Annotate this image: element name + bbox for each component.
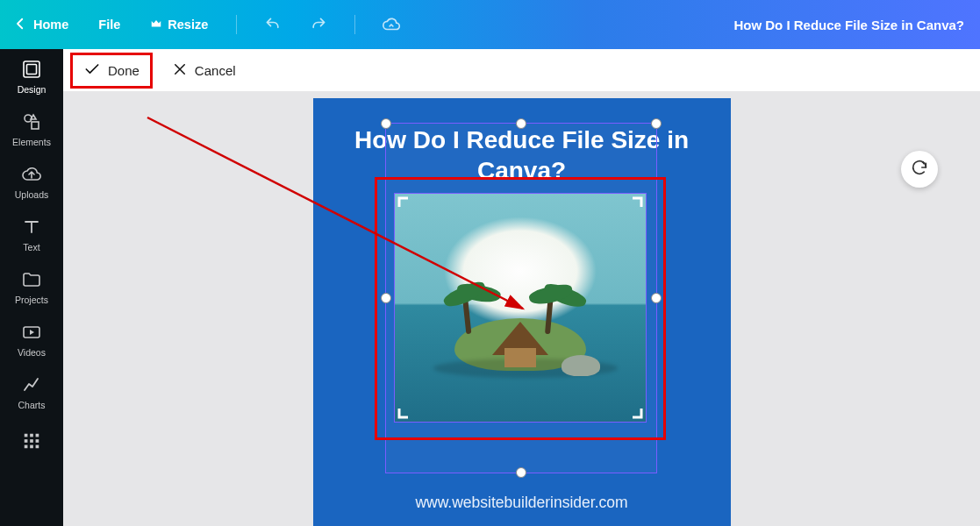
elements-icon xyxy=(20,110,43,133)
regenerate-button[interactable] xyxy=(901,151,938,188)
svg-rect-7 xyxy=(36,434,39,437)
divider xyxy=(354,15,355,34)
document-title[interactable]: How Do I Reduce File Size in Canva? xyxy=(733,0,964,49)
videos-icon xyxy=(20,321,43,344)
svg-rect-13 xyxy=(36,445,39,449)
done-label: Done xyxy=(108,63,139,78)
projects-icon xyxy=(20,268,43,291)
resize-handle[interactable] xyxy=(381,118,391,129)
check-icon xyxy=(83,60,101,81)
svg-rect-5 xyxy=(25,434,28,437)
close-icon xyxy=(172,61,188,80)
crop-handle[interactable] xyxy=(627,403,643,419)
svg-rect-6 xyxy=(30,434,33,437)
resize-menu[interactable]: Resize xyxy=(143,12,215,38)
divider xyxy=(236,15,237,34)
canvas-workarea[interactable]: How Do I Reduce File Size in Canva? xyxy=(63,91,980,526)
apps-grid-icon xyxy=(20,430,43,452)
page-footer-text[interactable]: www.websitebuilderinsider.com xyxy=(313,494,731,512)
svg-rect-12 xyxy=(30,445,33,449)
palm-tree-illustration xyxy=(461,294,471,334)
sidebar-item-uploads[interactable]: Uploads xyxy=(0,163,63,200)
hut-illustration xyxy=(492,322,548,367)
design-page[interactable]: How Do I Reduce File Size in Canva? xyxy=(313,98,731,526)
sidebar-item-design[interactable]: Design xyxy=(0,58,63,95)
text-icon xyxy=(20,216,43,238)
home-button[interactable]: Home xyxy=(5,11,75,39)
sidebar-item-label: Design xyxy=(18,84,46,95)
svg-rect-1 xyxy=(27,65,37,75)
selected-image[interactable] xyxy=(395,194,646,422)
resize-handle[interactable] xyxy=(516,467,526,478)
crop-handle[interactable] xyxy=(627,196,643,212)
cancel-button[interactable]: Cancel xyxy=(161,56,247,85)
resize-label: Resize xyxy=(168,18,208,32)
resize-handle[interactable] xyxy=(651,118,662,129)
sparkle-refresh-icon xyxy=(910,158,929,181)
topbar-left: Home File Resize xyxy=(5,10,406,39)
undo-button[interactable] xyxy=(258,10,288,39)
crop-selection[interactable] xyxy=(394,193,647,423)
crown-icon xyxy=(150,18,162,32)
svg-rect-10 xyxy=(36,439,39,443)
crop-handle[interactable] xyxy=(397,196,413,212)
sidebar-item-more[interactable] xyxy=(0,430,63,452)
file-menu[interactable]: File xyxy=(91,12,127,37)
sidebar-item-label: Text xyxy=(23,242,39,252)
design-icon xyxy=(20,58,43,81)
cloud-sync-icon[interactable] xyxy=(376,10,406,39)
svg-rect-3 xyxy=(32,122,39,129)
done-button[interactable]: Done xyxy=(70,53,153,89)
svg-rect-8 xyxy=(25,439,28,443)
uploads-icon xyxy=(20,163,43,186)
file-label: File xyxy=(98,18,120,32)
chevron-left-icon xyxy=(12,16,28,34)
sidebar-item-label: Elements xyxy=(12,137,51,147)
sidebar-item-label: Charts xyxy=(18,400,46,410)
cancel-label: Cancel xyxy=(195,63,236,78)
sidebar-item-videos[interactable]: Videos xyxy=(0,321,63,358)
svg-rect-9 xyxy=(30,439,33,443)
home-label: Home xyxy=(33,18,68,32)
sidebar-item-label: Uploads xyxy=(15,189,49,200)
sidebar-item-label: Videos xyxy=(18,347,46,358)
resize-handle[interactable] xyxy=(516,118,526,129)
redo-button[interactable] xyxy=(304,10,333,39)
sidebar-item-text[interactable]: Text xyxy=(0,216,63,252)
sidebar-item-projects[interactable]: Projects xyxy=(0,268,63,305)
sidebar-item-elements[interactable]: Elements xyxy=(0,110,63,147)
topbar: Home File Resize How Do I Reduce File Si… xyxy=(0,0,980,49)
resize-handle[interactable] xyxy=(651,293,662,303)
charts-icon xyxy=(20,373,43,396)
crop-actionbar: Done Cancel xyxy=(63,49,980,91)
sidebar-item-charts[interactable]: Charts xyxy=(0,373,63,410)
rock-illustration xyxy=(562,355,600,376)
svg-rect-11 xyxy=(25,445,28,449)
resize-handle[interactable] xyxy=(381,293,391,303)
sidebar-rail: Design Elements Uploads Text Projects Vi… xyxy=(0,49,63,526)
crop-handle[interactable] xyxy=(397,403,413,419)
sidebar-item-label: Projects xyxy=(15,295,48,305)
